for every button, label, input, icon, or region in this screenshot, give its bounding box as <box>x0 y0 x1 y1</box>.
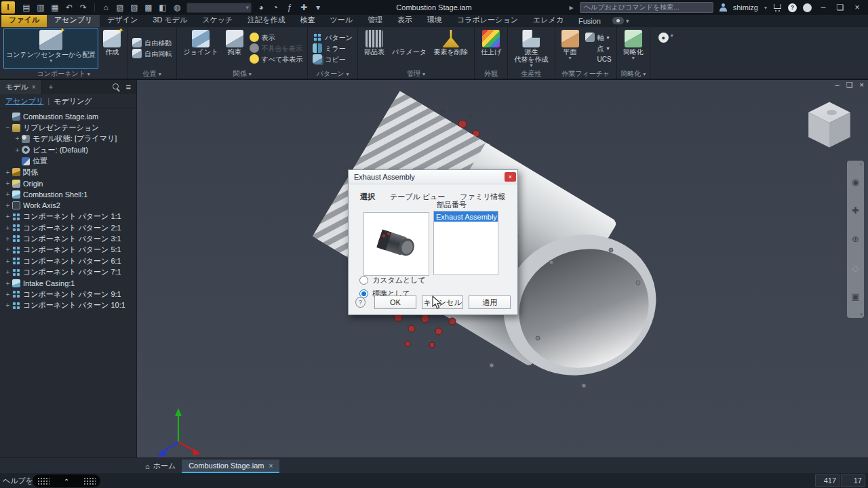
close-button[interactable]: × <box>852 3 863 12</box>
tab-file[interactable]: ファイル <box>1 14 47 27</box>
save-icon[interactable]: ▦ <box>50 3 60 12</box>
ribbon-button-パターン[interactable]: パターン <box>311 33 354 43</box>
tab-デザイン[interactable]: デザイン <box>100 14 145 27</box>
tab-注記を作成[interactable]: 注記を作成 <box>240 14 292 27</box>
ribbon-button-自由移動[interactable]: 自由移動 <box>131 38 173 48</box>
view-cube[interactable] <box>806 101 853 148</box>
ribbon-button-自由回転[interactable]: 自由回転 <box>131 49 173 59</box>
group-caret-icon[interactable]: ▾ <box>422 71 425 77</box>
film-wheel-icon[interactable]: ◍ <box>172 3 182 12</box>
panel-toggle-caret-icon[interactable]: ▾ <box>626 18 629 24</box>
pan-hand-icon[interactable]: ✚ <box>852 205 859 216</box>
ribbon-group-label-関係[interactable]: 関係▾ <box>180 69 304 79</box>
part-number-row[interactable]: Exhaust Assembly <box>434 211 498 222</box>
store-cart-icon[interactable] <box>773 3 782 12</box>
ribbon-button-平面[interactable]: 平面▾ <box>559 28 582 69</box>
shared-view-icon[interactable]: ▧ <box>115 3 125 12</box>
ribbon-button-派生-代替を作成[interactable]: 派生代替を作成▾ <box>511 28 551 69</box>
part-number-list[interactable]: Exhaust Assembly <box>433 211 498 275</box>
ribbon-button-パラメータ[interactable]: パラメータ <box>389 28 429 69</box>
tree-item[interactable]: +コンポーネント パターン 9:1 <box>0 289 136 300</box>
ribbon-button-作成[interactable]: 作成 <box>100 28 123 69</box>
zoom-icon[interactable]: ⊕ <box>852 234 859 244</box>
group-caret-icon[interactable]: ▾ <box>643 71 646 77</box>
apply-button[interactable]: 適用 <box>469 296 511 309</box>
tree-item[interactable]: +コンポーネント パターン 6:1 <box>0 256 136 266</box>
tree-item[interactable]: +コンポーネント パターン 5:1 <box>0 245 136 256</box>
ribbon-group-label-外観[interactable]: 外観 <box>478 69 504 79</box>
panel-toggle-icon[interactable] <box>612 17 624 24</box>
group-caret-icon[interactable]: ▾ <box>159 71 161 77</box>
expand-icon[interactable]: + <box>4 180 12 187</box>
tab-アセンブリ[interactable]: アセンブリ <box>47 14 100 27</box>
ok-button[interactable]: OK <box>374 296 416 309</box>
tree-item[interactable]: +コンポーネント パターン 1:1 <box>0 211 136 222</box>
expand-icon[interactable]: + <box>4 258 12 265</box>
ribbon-group-label-パターン[interactable]: パターン▾ <box>311 69 354 79</box>
tab-Fusion[interactable]: Fusion <box>571 16 608 27</box>
home-tab[interactable]: ⌂ ホーム <box>139 459 182 473</box>
ribbon-button-部品表[interactable]: 部品表 <box>361 28 387 69</box>
add-icon[interactable]: ✚ <box>299 3 309 12</box>
expand-icon[interactable]: + <box>4 235 12 243</box>
ribbon-button-表示[interactable]: 表示 <box>248 33 304 43</box>
tab-ツール[interactable]: ツール <box>323 14 361 27</box>
tree-item[interactable]: +関係 <box>0 167 136 178</box>
ribbon-button-簡略化[interactable]: 簡略化▾ <box>620 28 646 69</box>
tree-item[interactable]: +モデル状態: [プライマリ] <box>0 134 136 144</box>
help-icon[interactable]: ? <box>788 3 797 12</box>
group-caret-icon[interactable]: ▾ <box>249 71 252 77</box>
video-expand-icon[interactable]: ⌃ <box>64 478 69 485</box>
color-wheel-2-icon[interactable]: ◔ <box>271 3 280 12</box>
ribbon-button-ジョイント[interactable]: ジョイント <box>180 28 220 69</box>
browser-menu-icon[interactable]: ≡ <box>125 82 131 92</box>
ribbon-group-label-簡略化[interactable]: 簡略化▾ <box>620 69 646 79</box>
person-green-icon[interactable]: ◧ <box>158 3 167 12</box>
expand-icon[interactable]: + <box>4 202 12 209</box>
redo-icon[interactable]: ↷ <box>79 3 88 12</box>
tree-item[interactable]: −リプレゼンテーション <box>0 122 136 133</box>
tab-3D モデル[interactable]: 3D モデル <box>145 14 195 27</box>
browser-search-icon[interactable] <box>113 83 120 91</box>
caret-icon[interactable]: ▾ <box>313 3 323 12</box>
tab-model[interactable]: モデル × <box>0 79 42 94</box>
expand-icon[interactable]: + <box>4 190 12 198</box>
ribbon-button-ミラー[interactable]: ミラー <box>311 43 354 54</box>
mode-assembly-link[interactable]: アセンブリ <box>5 96 43 106</box>
tree-item[interactable]: +コンポーネント パターン 2:1 <box>0 222 136 233</box>
tree-item[interactable]: +Origin <box>0 178 136 188</box>
dropdown-caret-icon[interactable]: ▾ <box>569 56 572 60</box>
render-icon[interactable]: ▨ <box>130 3 139 12</box>
expand-icon[interactable]: + <box>4 246 12 253</box>
cancel-button[interactable]: キャンセル <box>422 296 464 309</box>
ribbon-button-コンテンツセンターから配置[interactable]: コンテンツセンターから配置▾ <box>3 28 98 69</box>
tree-item[interactable]: +コンポーネント パターン 7:1 <box>0 266 136 277</box>
expand-icon[interactable]: + <box>14 146 21 154</box>
appearance-combo[interactable]: ▾ <box>186 3 252 13</box>
dialog-help-icon[interactable]: ? <box>355 297 366 308</box>
color-wheel-1-icon[interactable]: ◕ <box>256 3 266 12</box>
ribbon-extra-caret-icon[interactable]: ▾ <box>671 33 673 39</box>
person-slide-icon[interactable]: ▩ <box>144 3 153 12</box>
tab-検査[interactable]: 検査 <box>293 14 323 27</box>
user-name[interactable]: shimizg <box>733 3 758 12</box>
dropdown-caret-icon[interactable]: ▾ <box>607 35 610 41</box>
home-icon[interactable]: ⌂ <box>101 3 111 12</box>
doc-close-icon[interactable]: × <box>860 81 864 89</box>
group-caret-icon[interactable]: ▾ <box>346 71 349 77</box>
ribbon-button-拘束[interactable]: 拘束 <box>223 28 246 69</box>
ribbon-group-label-管理[interactable]: 管理▾ <box>361 69 471 79</box>
tab-表示[interactable]: 表示 <box>390 14 420 27</box>
dropdown-caret-icon[interactable]: ▾ <box>632 56 635 60</box>
inventor-app-button[interactable]: I <box>1 1 15 14</box>
expand-icon[interactable]: + <box>4 224 12 232</box>
user-avatar-icon[interactable] <box>719 3 727 12</box>
expand-icon[interactable]: + <box>4 213 12 220</box>
ribbon-button-UCS[interactable]: UCS <box>584 54 613 64</box>
dialog-title-bar[interactable]: Exhaust Assembly × <box>349 170 517 184</box>
video-player-overlay[interactable]: ⌃ <box>33 474 100 487</box>
panel-display-toggle[interactable]: ▾ <box>612 17 629 27</box>
group-caret-icon[interactable]: ▾ <box>87 71 90 77</box>
dropdown-caret-icon[interactable]: ▾ <box>530 63 532 68</box>
undo-icon[interactable]: ↶ <box>64 3 74 12</box>
